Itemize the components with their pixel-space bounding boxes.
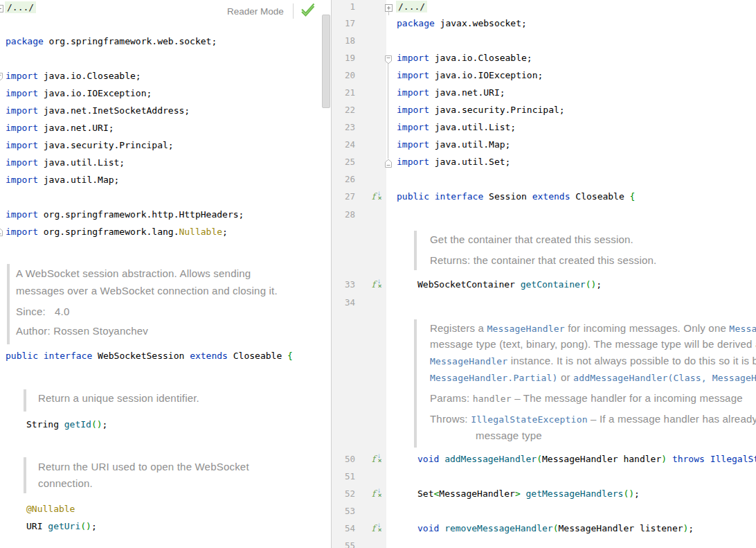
code-token[interactable]: java.security.Principal; bbox=[38, 140, 174, 150]
code-token[interactable]: IllegalStateException; bbox=[710, 454, 756, 464]
fold-end-icon[interactable] bbox=[0, 227, 3, 240]
code-token[interactable]: javax.websocket; bbox=[435, 18, 527, 28]
code-line[interactable]: String getId(); bbox=[26, 416, 107, 433]
implemented-method-icon[interactable]: f↓× bbox=[372, 279, 384, 291]
code-token[interactable]: org.springframework.lang. bbox=[38, 227, 179, 237]
code-token[interactable]: java.io.IOException; bbox=[38, 88, 152, 98]
code-token[interactable]: public bbox=[397, 191, 429, 202]
code-line[interactable]: URI getUri(); bbox=[26, 518, 97, 535]
line-number[interactable]: 50 bbox=[332, 451, 355, 468]
code-line[interactable]: import java.util.List; bbox=[397, 119, 516, 136]
code-token[interactable]: ; bbox=[596, 279, 602, 290]
line-number[interactable]: 34 bbox=[332, 294, 355, 311]
code-line[interactable]: Set<MessageHandler> getMessageHandlers()… bbox=[417, 486, 640, 502]
code-token[interactable] bbox=[705, 454, 710, 464]
code-token[interactable]: java.net.URI; bbox=[38, 123, 114, 133]
code-token[interactable]: java.io.Closeable; bbox=[429, 53, 532, 63]
code-line[interactable]: import java.net.URI; bbox=[397, 85, 505, 101]
code-token[interactable]: public bbox=[6, 351, 38, 361]
implemented-method-icon[interactable]: f↓× bbox=[372, 488, 384, 500]
code-token[interactable]: ( bbox=[537, 454, 542, 464]
code-token[interactable]: ; bbox=[222, 227, 228, 237]
code-token[interactable]: getUri bbox=[48, 521, 80, 531]
fold-start-icon[interactable] bbox=[384, 54, 393, 67]
code-token[interactable]: java.security.Principal; bbox=[429, 105, 565, 115]
code-token[interactable]: @Nullable bbox=[26, 504, 75, 514]
code-line[interactable]: import java.security.Principal; bbox=[6, 137, 174, 154]
code-token[interactable]: import bbox=[6, 105, 38, 116]
code-line[interactable]: import java.net.InetSocketAddress; bbox=[6, 103, 190, 119]
line-number[interactable]: 23 bbox=[332, 119, 355, 136]
line-number[interactable]: 18 bbox=[332, 33, 355, 49]
code-token[interactable]: import bbox=[397, 53, 429, 63]
fold-start-icon[interactable] bbox=[0, 71, 3, 85]
code-token[interactable]: import bbox=[6, 209, 38, 220]
code-token[interactable]: import bbox=[397, 139, 429, 150]
code-token[interactable]: org.springframework.web.socket; bbox=[44, 36, 217, 46]
code-token[interactable]: import bbox=[397, 105, 429, 115]
code-token[interactable]: interface bbox=[435, 191, 483, 202]
inspections-ok-check-icon[interactable] bbox=[299, 3, 317, 19]
code-line[interactable]: /.../ bbox=[5, 0, 36, 16]
code-token[interactable]: Session bbox=[483, 191, 532, 202]
line-number[interactable]: 20 bbox=[332, 67, 355, 84]
line-number[interactable]: 54 bbox=[332, 520, 355, 537]
code-token[interactable]: getMessageHandlers bbox=[526, 488, 624, 499]
code-token[interactable]: import bbox=[6, 157, 38, 168]
code-token[interactable]: java.net.InetSocketAddress; bbox=[38, 105, 190, 116]
code-token[interactable]: getId bbox=[64, 419, 91, 430]
line-number[interactable]: 28 bbox=[332, 206, 355, 223]
code-line[interactable]: public interface WebSocketSession extend… bbox=[6, 348, 293, 364]
code-token[interactable]: Set bbox=[417, 488, 433, 499]
code-token[interactable]: import bbox=[6, 227, 38, 237]
code-token[interactable]: () bbox=[586, 279, 597, 290]
code-token[interactable]: import bbox=[397, 157, 429, 167]
code-token[interactable]: import bbox=[6, 175, 38, 185]
code-token[interactable]: getContainer bbox=[521, 279, 586, 290]
code-token[interactable]: import bbox=[6, 71, 38, 81]
code-token[interactable]: /.../ bbox=[396, 1, 427, 12]
code-line[interactable]: import java.util.Map; bbox=[397, 136, 510, 153]
code-token[interactable]: java.net.URI; bbox=[429, 87, 505, 98]
code-line[interactable]: @Nullable bbox=[26, 501, 75, 518]
code-token[interactable]: java.util.Map; bbox=[38, 175, 119, 185]
code-token[interactable]: String bbox=[26, 419, 64, 430]
left-editor-scrollbar-thumb[interactable] bbox=[322, 15, 330, 108]
code-token[interactable] bbox=[521, 488, 526, 499]
code-line[interactable]: import java.util.Set; bbox=[397, 154, 510, 170]
code-line[interactable]: import java.io.Closeable; bbox=[6, 68, 141, 85]
code-token[interactable]: WebSocketSession bbox=[92, 351, 190, 361]
code-token[interactable]: () bbox=[623, 488, 634, 499]
code-line[interactable]: WebSocketContainer getContainer(); bbox=[417, 276, 602, 293]
code-token[interactable]: import bbox=[397, 122, 429, 132]
code-token[interactable]: Nullable bbox=[179, 227, 222, 237]
line-number[interactable]: 25 bbox=[332, 154, 355, 170]
code-token[interactable]: addMessageHandler bbox=[444, 454, 537, 464]
code-token[interactable]: java.util.Set; bbox=[429, 157, 510, 167]
fold-plus-icon[interactable] bbox=[385, 2, 393, 15]
line-number[interactable]: 51 bbox=[332, 468, 355, 485]
code-token[interactable]: > bbox=[515, 488, 521, 499]
line-number[interactable]: 27 bbox=[332, 188, 355, 205]
line-number[interactable]: 24 bbox=[332, 136, 355, 153]
code-token[interactable]: import bbox=[6, 123, 38, 133]
code-token[interactable] bbox=[439, 523, 444, 533]
code-token[interactable]: MessageHandler listener bbox=[559, 523, 683, 533]
code-token[interactable]: java.io.Closeable; bbox=[38, 71, 141, 81]
code-line[interactable]: import java.net.URI; bbox=[6, 120, 114, 136]
code-token[interactable]: java.util.List; bbox=[38, 157, 125, 168]
code-token[interactable]: import bbox=[6, 140, 38, 150]
line-number[interactable]: 33 bbox=[332, 276, 355, 293]
code-token[interactable]: void bbox=[417, 523, 439, 533]
code-token[interactable]: org.springframework.http.HttpHeaders; bbox=[38, 209, 244, 220]
line-number[interactable]: 55 bbox=[332, 538, 355, 548]
code-token[interactable]: { bbox=[630, 191, 636, 202]
implemented-method-icon[interactable]: f↓× bbox=[372, 523, 384, 535]
line-number[interactable]: 53 bbox=[332, 503, 355, 520]
code-line[interactable]: void removeMessageHandler(MessageHandler… bbox=[417, 520, 694, 537]
code-token[interactable]: void bbox=[417, 454, 439, 464]
code-token[interactable]: () bbox=[80, 521, 91, 531]
code-line[interactable]: import java.io.IOException; bbox=[397, 67, 543, 84]
line-number[interactable]: 1 bbox=[332, 0, 355, 15]
code-token[interactable]: ; bbox=[634, 488, 640, 499]
